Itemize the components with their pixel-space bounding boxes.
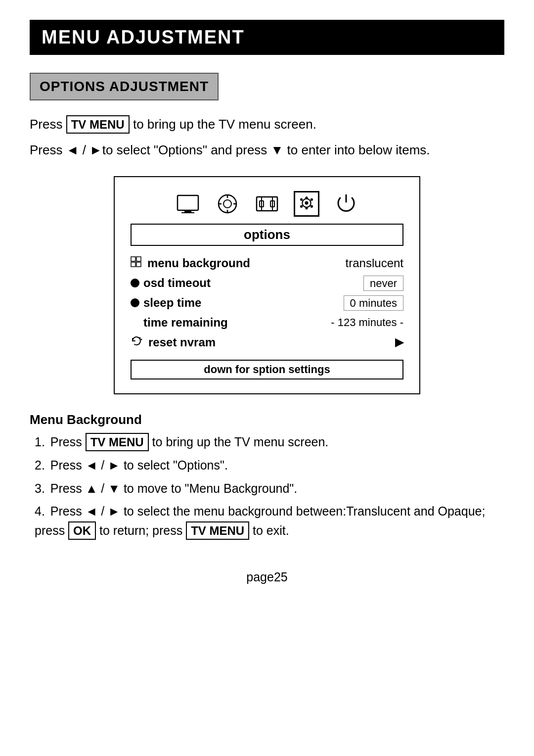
screen-icon <box>175 191 201 217</box>
list-item: 3. Press ▲ / ▼ to move to "Menu Backgrou… <box>35 479 504 498</box>
table-row: menu background translucent <box>131 255 403 272</box>
reset-nvram-arrow: ▶ <box>395 336 403 349</box>
hint-text: down for sption settings <box>204 363 330 376</box>
reset-nvram-label: reset nvram <box>148 335 216 349</box>
svg-point-17 <box>311 198 313 201</box>
time-remaining-value: - 123 minutes - <box>331 316 403 329</box>
menu-bg-label: menu background <box>147 256 250 270</box>
section-title: OPTIONS ADJUSTMENT <box>40 79 209 94</box>
grid-icon <box>131 256 141 270</box>
intro-line-2: Press ◄ / ►to select "Options" and press… <box>30 140 504 161</box>
menu-row-label-3: sleep time <box>131 296 201 310</box>
svg-point-21 <box>305 207 308 209</box>
menu-row-label-2: osd timeout <box>131 276 211 290</box>
sleep-time-label: sleep time <box>143 296 201 310</box>
options-label: options <box>244 227 290 242</box>
svg-point-15 <box>305 201 309 205</box>
svg-rect-24 <box>131 262 135 267</box>
svg-point-19 <box>311 205 313 208</box>
sleep-time-value: 0 minutes <box>344 296 403 310</box>
svg-rect-1 <box>184 210 191 212</box>
step-num-4: 4. <box>35 504 45 518</box>
step-num-2: 2. <box>35 458 45 472</box>
sound-icon <box>215 191 240 217</box>
time-remaining-label: time remaining <box>143 316 228 330</box>
page-number: page25 <box>30 570 504 584</box>
step-num-1: 1. <box>35 435 45 449</box>
svg-point-27 <box>141 339 142 340</box>
menu-row-label-1: menu background <box>131 256 250 270</box>
menu-hint-bar: down for sption settings <box>131 360 403 379</box>
menu-row-label-4: time remaining <box>131 316 228 330</box>
svg-point-4 <box>223 200 231 208</box>
svg-point-18 <box>300 205 303 208</box>
steps-list: 1. Press TV MENU to bring up the TV menu… <box>35 432 504 540</box>
intro-line-1: Press TV MENU to bring up the TV menu sc… <box>30 114 504 135</box>
menu-row-label-5: reset nvram <box>131 335 216 350</box>
section-heading: OPTIONS ADJUSTMENT <box>30 73 219 100</box>
tv-menu-key-3: TV MENU <box>186 521 249 540</box>
ok-key: OK <box>68 521 96 540</box>
reload-icon <box>131 335 142 350</box>
table-row: osd timeout never <box>131 275 403 291</box>
options-label-bar: options <box>131 224 403 246</box>
picture-icon <box>254 191 280 217</box>
osd-timeout-box: never <box>363 276 403 291</box>
list-item: 4. Press ◄ / ► to select the menu backgr… <box>35 502 504 540</box>
svg-rect-0 <box>178 195 198 210</box>
svg-rect-22 <box>131 257 135 261</box>
options-icon <box>294 191 319 217</box>
menu-diagram: options menu background translucent <box>114 176 420 394</box>
osd-timeout-value: never <box>363 276 403 290</box>
table-row: time remaining - 123 minutes - <box>131 314 403 331</box>
table-row: sleep time 0 minutes <box>131 294 403 311</box>
table-row: reset nvram ▶ <box>131 334 403 351</box>
menu-background-heading: Menu Background <box>30 412 504 427</box>
page-title: MENU ADJUSTMENT <box>42 27 492 48</box>
list-item: 2. Press ◄ / ► to select "Options". <box>35 456 504 475</box>
tv-menu-key-1: TV MENU <box>66 115 130 134</box>
bullet-icon-2 <box>131 298 139 307</box>
svg-rect-25 <box>136 262 141 267</box>
menu-rows: menu background translucent osd timeout … <box>131 255 403 351</box>
svg-point-16 <box>300 198 303 201</box>
step-num-3: 3. <box>35 481 45 495</box>
bullet-icon-1 <box>131 279 139 287</box>
tv-menu-key-2: TV MENU <box>86 433 149 451</box>
svg-rect-23 <box>136 257 141 261</box>
list-item: 1. Press TV MENU to bring up the TV menu… <box>35 432 504 452</box>
page-header: MENU ADJUSTMENT <box>30 20 504 55</box>
setup-icon <box>333 191 359 217</box>
menu-bg-value: translucent <box>346 256 403 270</box>
osd-timeout-label: osd timeout <box>143 276 211 290</box>
svg-rect-2 <box>181 212 194 213</box>
svg-point-20 <box>305 197 308 199</box>
svg-point-26 <box>139 337 141 339</box>
sleep-time-box: 0 minutes <box>344 295 403 311</box>
icon-row <box>131 191 403 217</box>
